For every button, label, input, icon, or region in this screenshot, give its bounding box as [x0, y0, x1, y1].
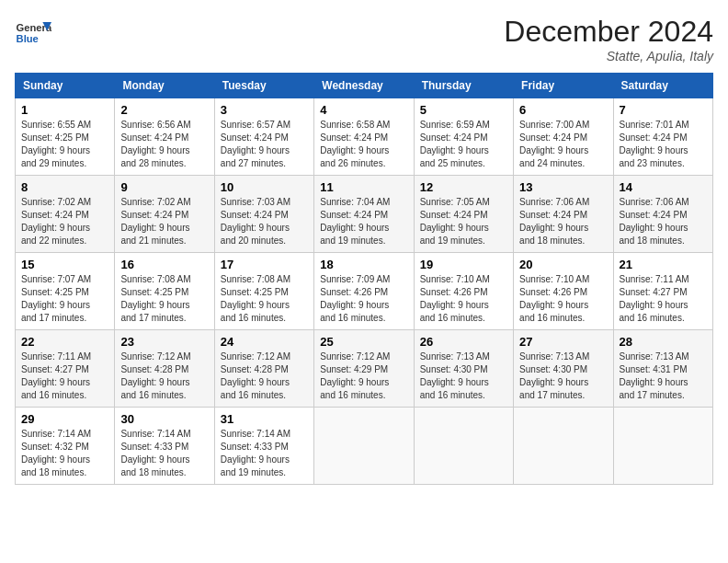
calendar-header-row: SundayMondayTuesdayWednesdayThursdayFrid…: [16, 74, 713, 98]
day-number: 21: [620, 258, 707, 271]
calendar-table: SundayMondayTuesdayWednesdayThursdayFrid…: [15, 73, 713, 485]
day-number: 18: [320, 258, 407, 271]
calendar-cell: 18Sunrise: 7:09 AMSunset: 4:26 PMDayligh…: [314, 253, 414, 330]
calendar-cell: 4Sunrise: 6:58 AMSunset: 4:24 PMDaylight…: [314, 98, 414, 176]
day-info: Sunrise: 6:57 AMSunset: 4:24 PMDaylight:…: [221, 119, 308, 170]
calendar-cell: [514, 408, 613, 485]
day-number: 23: [120, 335, 208, 349]
day-number: 8: [21, 180, 108, 194]
day-info: Sunrise: 7:12 AMSunset: 4:28 PMDaylight:…: [120, 350, 208, 402]
calendar-cell: 8Sunrise: 7:02 AMSunset: 4:24 PMDaylight…: [16, 176, 115, 253]
week-row-1: 1Sunrise: 6:55 AMSunset: 4:25 PMDaylight…: [16, 98, 713, 176]
day-info: Sunrise: 7:10 AMSunset: 4:26 PMDaylight:…: [420, 273, 507, 325]
day-number: 7: [620, 103, 707, 117]
day-info: Sunrise: 7:14 AMSunset: 4:33 PMDaylight:…: [120, 428, 208, 479]
day-header-friday: Friday: [514, 74, 613, 98]
day-number: 16: [120, 258, 208, 271]
day-info: Sunrise: 7:02 AMSunset: 4:24 PMDaylight:…: [120, 196, 208, 247]
day-number: 30: [120, 412, 208, 426]
day-info: Sunrise: 6:59 AMSunset: 4:24 PMDaylight:…: [420, 119, 507, 170]
day-header-monday: Monday: [115, 74, 214, 98]
calendar-cell: 20Sunrise: 7:10 AMSunset: 4:26 PMDayligh…: [514, 253, 613, 330]
day-info: Sunrise: 7:11 AMSunset: 4:27 PMDaylight:…: [21, 350, 108, 402]
calendar-cell: 11Sunrise: 7:04 AMSunset: 4:24 PMDayligh…: [314, 176, 414, 253]
day-number: 10: [221, 180, 308, 194]
day-number: 26: [420, 335, 507, 349]
day-header-sunday: Sunday: [16, 74, 115, 98]
day-info: Sunrise: 7:14 AMSunset: 4:33 PMDaylight:…: [221, 428, 308, 479]
calendar-cell: 12Sunrise: 7:05 AMSunset: 4:24 PMDayligh…: [414, 176, 513, 253]
day-number: 27: [519, 335, 607, 349]
day-info: Sunrise: 7:02 AMSunset: 4:24 PMDaylight:…: [21, 196, 108, 247]
day-info: Sunrise: 7:12 AMSunset: 4:28 PMDaylight:…: [221, 350, 308, 402]
calendar-cell: 9Sunrise: 7:02 AMSunset: 4:24 PMDaylight…: [115, 176, 214, 253]
calendar-cell: 15Sunrise: 7:07 AMSunset: 4:25 PMDayligh…: [16, 253, 115, 330]
day-info: Sunrise: 7:08 AMSunset: 4:25 PMDaylight:…: [221, 273, 308, 325]
calendar-cell: 29Sunrise: 7:14 AMSunset: 4:32 PMDayligh…: [16, 408, 115, 485]
day-info: Sunrise: 7:07 AMSunset: 4:25 PMDaylight:…: [21, 273, 108, 325]
day-info: Sunrise: 7:10 AMSunset: 4:26 PMDaylight:…: [519, 273, 607, 325]
day-info: Sunrise: 7:01 AMSunset: 4:24 PMDaylight:…: [620, 119, 707, 170]
day-number: 1: [21, 103, 108, 117]
calendar-cell: 2Sunrise: 6:56 AMSunset: 4:24 PMDaylight…: [115, 98, 214, 176]
calendar-cell: 28Sunrise: 7:13 AMSunset: 4:31 PMDayligh…: [613, 330, 712, 408]
day-info: Sunrise: 6:55 AMSunset: 4:25 PMDaylight:…: [21, 119, 108, 170]
day-number: 25: [320, 335, 407, 349]
calendar-cell: 25Sunrise: 7:12 AMSunset: 4:29 PMDayligh…: [314, 330, 414, 408]
day-number: 13: [519, 180, 607, 194]
day-number: 17: [221, 258, 308, 271]
calendar-cell: 21Sunrise: 7:11 AMSunset: 4:27 PMDayligh…: [613, 253, 712, 330]
day-header-thursday: Thursday: [414, 74, 513, 98]
day-info: Sunrise: 7:12 AMSunset: 4:29 PMDaylight:…: [320, 350, 407, 402]
calendar-cell: 3Sunrise: 6:57 AMSunset: 4:24 PMDaylight…: [214, 98, 313, 176]
day-number: 2: [120, 103, 208, 117]
day-info: Sunrise: 7:13 AMSunset: 4:31 PMDaylight:…: [620, 350, 707, 402]
calendar-cell: 19Sunrise: 7:10 AMSunset: 4:26 PMDayligh…: [414, 253, 513, 330]
day-info: Sunrise: 7:09 AMSunset: 4:26 PMDaylight:…: [320, 273, 407, 325]
day-number: 4: [320, 103, 407, 117]
calendar-cell: 1Sunrise: 6:55 AMSunset: 4:25 PMDaylight…: [16, 98, 115, 176]
calendar-cell: [314, 408, 414, 485]
location: Statte, Apulia, Italy: [504, 49, 713, 63]
day-info: Sunrise: 7:06 AMSunset: 4:24 PMDaylight:…: [519, 196, 607, 247]
day-number: 12: [420, 180, 507, 194]
day-number: 6: [519, 103, 607, 117]
day-number: 3: [221, 103, 308, 117]
day-number: 31: [221, 412, 308, 426]
calendar-body: 1Sunrise: 6:55 AMSunset: 4:25 PMDaylight…: [16, 98, 713, 485]
calendar-cell: 7Sunrise: 7:01 AMSunset: 4:24 PMDaylight…: [613, 98, 712, 176]
day-info: Sunrise: 7:13 AMSunset: 4:30 PMDaylight:…: [420, 350, 507, 402]
day-number: 15: [21, 258, 108, 271]
day-info: Sunrise: 6:58 AMSunset: 4:24 PMDaylight:…: [320, 119, 407, 170]
day-number: 20: [519, 258, 607, 271]
title-block: December 2024 Statte, Apulia, Italy: [504, 15, 713, 63]
day-number: 24: [221, 335, 308, 349]
calendar-cell: 13Sunrise: 7:06 AMSunset: 4:24 PMDayligh…: [514, 176, 613, 253]
calendar-cell: [613, 408, 712, 485]
day-info: Sunrise: 7:05 AMSunset: 4:24 PMDaylight:…: [420, 196, 507, 247]
day-number: 14: [620, 180, 707, 194]
day-header-tuesday: Tuesday: [214, 74, 313, 98]
calendar-cell: 26Sunrise: 7:13 AMSunset: 4:30 PMDayligh…: [414, 330, 513, 408]
calendar-cell: 22Sunrise: 7:11 AMSunset: 4:27 PMDayligh…: [16, 330, 115, 408]
day-number: 9: [120, 180, 208, 194]
day-number: 19: [420, 258, 507, 271]
calendar-cell: 5Sunrise: 6:59 AMSunset: 4:24 PMDaylight…: [414, 98, 513, 176]
week-row-2: 8Sunrise: 7:02 AMSunset: 4:24 PMDaylight…: [16, 176, 713, 253]
logo: General Blue: [15, 15, 55, 52]
week-row-4: 22Sunrise: 7:11 AMSunset: 4:27 PMDayligh…: [16, 330, 713, 408]
day-number: 29: [21, 412, 108, 426]
calendar-cell: 24Sunrise: 7:12 AMSunset: 4:28 PMDayligh…: [214, 330, 313, 408]
day-info: Sunrise: 7:04 AMSunset: 4:24 PMDaylight:…: [320, 196, 407, 247]
day-info: Sunrise: 7:11 AMSunset: 4:27 PMDaylight:…: [620, 273, 707, 325]
day-info: Sunrise: 7:14 AMSunset: 4:32 PMDaylight:…: [21, 428, 108, 479]
calendar-cell: 6Sunrise: 7:00 AMSunset: 4:24 PMDaylight…: [514, 98, 613, 176]
day-info: Sunrise: 7:13 AMSunset: 4:30 PMDaylight:…: [519, 350, 607, 402]
svg-text:Blue: Blue: [17, 33, 39, 44]
calendar-cell: 16Sunrise: 7:08 AMSunset: 4:25 PMDayligh…: [115, 253, 214, 330]
day-number: 22: [21, 335, 108, 349]
calendar-cell: 27Sunrise: 7:13 AMSunset: 4:30 PMDayligh…: [514, 330, 613, 408]
day-number: 11: [320, 180, 407, 194]
calendar-cell: [414, 408, 513, 485]
day-header-wednesday: Wednesday: [314, 74, 414, 98]
